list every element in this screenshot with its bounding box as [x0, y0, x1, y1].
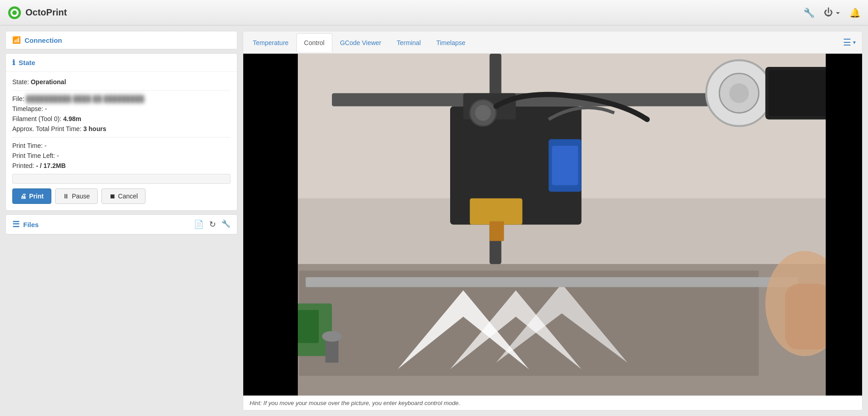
files-heading: ☰ Files 📄 ↻ 🔧 [6, 215, 237, 234]
octoprint-logo-icon [7, 5, 22, 20]
cancel-icon: ⏹ [109, 193, 115, 200]
content-area: Temperature Control GCode Viewer Termina… [243, 31, 863, 411]
timelapse-value: - [45, 105, 47, 112]
filament-label: Filament (Tool 0): [12, 115, 61, 122]
cancel-button[interactable]: ⏹ Cancel [101, 188, 146, 204]
cancel-label: Cancel [118, 193, 138, 200]
tab-terminal[interactable]: Terminal [389, 33, 429, 52]
svg-point-15 [475, 105, 491, 121]
svg-rect-18 [470, 198, 522, 225]
pause-icon: ⏸ [63, 193, 69, 200]
print-time-est-line: Approx. Total Print Time: 3 hours [12, 125, 231, 132]
printer-visualization [298, 54, 826, 396]
brand-name: OctoPrint [25, 7, 67, 18]
svg-point-24 [322, 331, 341, 341]
filament-line: Filament (Tool 0): 4.98m [12, 115, 231, 122]
tab-temperature[interactable]: Temperature [245, 33, 296, 52]
print-time-est-label: Approx. Total Print Time: [12, 125, 81, 132]
file-line: File: ██████████ ████ ██ █████████ [12, 95, 231, 102]
print-time-left-value: - [57, 152, 59, 159]
printed-line: Printed: - / 17.2MB [12, 162, 231, 169]
tab-more-button[interactable]: ☰ ▾ [838, 31, 860, 53]
state-label: State: [12, 78, 29, 86]
info-icon: ℹ [12, 58, 15, 67]
bell-icon[interactable]: 🔔 [849, 7, 861, 18]
state-heading: ℹ State [6, 54, 237, 72]
tab-timelapse-label: Timelapse [436, 39, 465, 46]
tabs-dropdown-arrow: ▾ [853, 39, 856, 46]
wrench-icon[interactable]: 🔧 [803, 7, 815, 18]
file-value: ██████████ ████ ██ █████████ [26, 95, 144, 102]
progress-bar [12, 174, 231, 184]
print-time-left-line: Print Time Left: - [12, 152, 231, 159]
pause-button[interactable]: ⏸ Pause [55, 188, 98, 204]
navbar: OctoPrint 🔧 ⏻ ▾ 🔔 [0, 0, 868, 25]
tab-control[interactable]: Control [296, 33, 332, 52]
svg-rect-26 [785, 284, 826, 349]
connection-panel: 📶 Connection [5, 31, 237, 50]
filament-value: 4.98m [63, 115, 81, 122]
print-label: Print [29, 193, 44, 200]
hint-bar: Hint: If you move your mouse over the pi… [243, 396, 862, 410]
svg-rect-17 [552, 146, 578, 185]
svg-point-2 [12, 10, 17, 15]
printed-value: - / 17.2MB [36, 162, 65, 169]
tab-timelapse[interactable]: Timelapse [428, 33, 473, 52]
upload-file-icon[interactable]: 📄 [194, 219, 204, 229]
print-time-line: Print Time: - [12, 142, 231, 149]
camera-inner [243, 54, 862, 396]
svg-rect-31 [768, 70, 826, 116]
printed-label: Printed: [12, 162, 34, 169]
tab-gcode-viewer[interactable]: GCode Viewer [332, 33, 389, 52]
print-time-label: Print Time: [12, 142, 43, 149]
state-body: State: Operational File: ██████████ ████… [6, 72, 237, 210]
connection-title: Connection [25, 36, 62, 44]
hint-text: Hint: If you move your mouse over the pi… [250, 400, 460, 406]
print-time-left-label: Print Time Left: [12, 152, 55, 159]
sidebar: 📶 Connection ℹ State State: Operational … [5, 31, 237, 411]
files-title: Files [23, 221, 39, 228]
tab-gcode-viewer-label: GCode Viewer [340, 39, 381, 46]
state-panel: ℹ State State: Operational File: ███████… [5, 53, 237, 211]
connection-icon: 📶 [12, 36, 21, 44]
timelapse-line: Timelapse: - [12, 105, 231, 112]
camera-area [243, 54, 862, 396]
files-heading-left: ☰ Files [12, 219, 39, 229]
svg-rect-21 [298, 310, 319, 343]
tab-terminal-label: Terminal [397, 39, 421, 46]
main-container: 📶 Connection ℹ State State: Operational … [0, 25, 868, 416]
files-actions: 📄 ↻ 🔧 [194, 219, 231, 229]
svg-rect-22 [306, 277, 798, 287]
file-label: File: [12, 95, 24, 102]
camera-black-left [243, 54, 298, 396]
tab-control-label: Control [304, 39, 325, 46]
timelapse-label: Timelapse: [12, 105, 43, 112]
files-panel: ☰ Files 📄 ↻ 🔧 [5, 214, 237, 234]
state-title: State [19, 59, 35, 66]
tab-temperature-label: Temperature [253, 39, 289, 46]
state-status: State: Operational [12, 78, 231, 86]
power-icon[interactable]: ⏻ ▾ [824, 7, 840, 18]
connection-heading: 📶 Connection [6, 31, 237, 49]
navbar-actions: 🔧 ⏻ ▾ 🔔 [803, 7, 861, 18]
print-icon: 🖨 [20, 193, 26, 200]
print-time-value: - [45, 142, 47, 149]
svg-point-29 [729, 83, 749, 103]
action-buttons: 🖨 Print ⏸ Pause ⏹ Cancel [12, 188, 231, 204]
tabs-menu-icon: ☰ [843, 37, 851, 48]
brand: OctoPrint [7, 5, 67, 20]
print-button[interactable]: 🖨 Print [12, 188, 51, 204]
tabs-header: Temperature Control GCode Viewer Termina… [243, 31, 862, 54]
print-time-est-value: 3 hours [83, 125, 106, 132]
files-wrench-icon[interactable]: 🔧 [221, 219, 231, 229]
refresh-files-icon[interactable]: ↻ [209, 219, 216, 229]
state-value: Operational [30, 78, 66, 86]
svg-rect-19 [490, 221, 504, 241]
camera-image[interactable] [298, 54, 826, 396]
pause-label: Pause [72, 193, 90, 200]
files-list-icon: ☰ [12, 219, 20, 229]
camera-black-right [826, 54, 862, 396]
